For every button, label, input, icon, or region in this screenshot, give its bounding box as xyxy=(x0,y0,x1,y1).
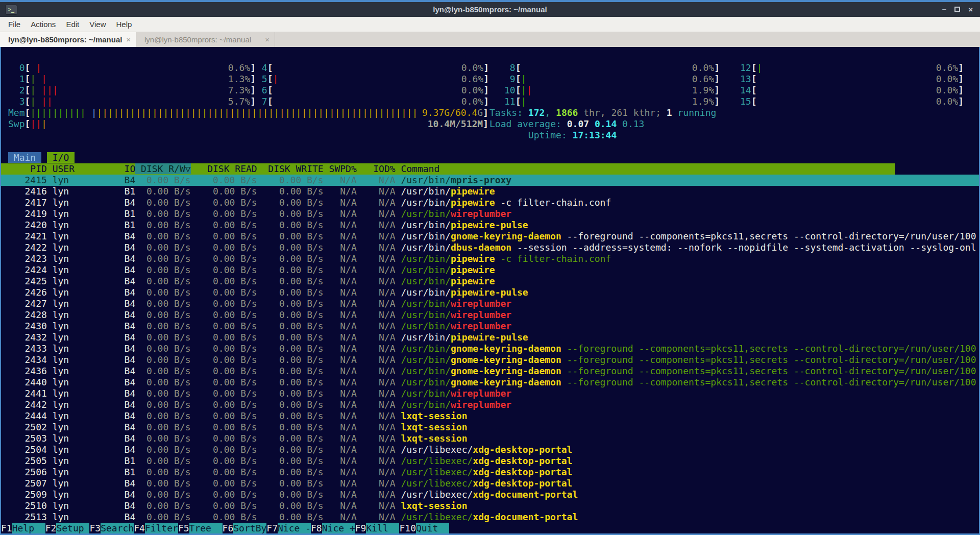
screen-tab-i-o[interactable]: I/O xyxy=(47,152,75,163)
process-row-2442[interactable]: 2442 lyn B4 0.00 B/s 0.00 B/s 0.00 B/s N… xyxy=(1,399,979,410)
process-row-2425[interactable]: 2425 lyn B4 0.00 B/s 0.00 B/s 0.00 B/s N… xyxy=(1,276,979,287)
cpu-meter-15: 15[0.0%] xyxy=(740,96,964,107)
meter-tick: | xyxy=(168,107,174,118)
process-row-2440[interactable]: 2440 lyn B4 0.00 B/s 0.00 B/s 0.00 B/s N… xyxy=(1,377,979,388)
maximize-button[interactable] xyxy=(954,7,960,12)
cpu-percent: 5.7% xyxy=(228,96,250,107)
meter-tick: | xyxy=(41,107,47,118)
cpu-percent: 1.9% xyxy=(692,85,714,96)
tab-2-inactive[interactable]: lyn@lyn-b850mprors: ~/manual × xyxy=(136,32,275,47)
menu-actions[interactable]: Actions xyxy=(26,20,61,29)
process-row-2428[interactable]: 2428 lyn B4 0.00 B/s 0.00 B/s 0.00 B/s N… xyxy=(1,309,979,321)
fn-help[interactable]: F1Help xyxy=(1,523,45,533)
cpu-percent: 0.6% xyxy=(228,62,250,74)
process-row-2426[interactable]: 2426 lyn B4 0.00 B/s 0.00 B/s 0.00 B/s N… xyxy=(1,287,979,298)
column-header-disk-rw-sorted[interactable]: DISK R/W▽ xyxy=(135,163,190,174)
process-row-2510[interactable]: 2510 lyn B4 0.00 B/s 0.00 B/s 0.00 B/s N… xyxy=(1,500,979,512)
tab-1-active[interactable]: lyn@lyn-b850mprors: ~/manual × xyxy=(0,32,136,47)
swap-meter: Swp[|||10.4M/512M] xyxy=(8,118,488,130)
meter-tick: | xyxy=(41,74,47,84)
cpu-meter-14: 14[0.0%] xyxy=(740,85,964,96)
process-row-2502[interactable]: 2502 lyn B4 0.00 B/s 0.00 B/s 0.00 B/s N… xyxy=(1,422,979,433)
meter-tick: | xyxy=(197,107,202,118)
process-table-header[interactable]: PID USER IO DISK R/W▽ DISK READ DISK WRI… xyxy=(1,163,895,175)
menu-help[interactable]: Help xyxy=(111,20,137,29)
meter-tick: | xyxy=(191,107,197,118)
meter-tick: | xyxy=(108,107,113,118)
menubar: FileActionsEditViewHelp xyxy=(0,17,980,32)
meter-tick: | xyxy=(346,107,351,118)
process-row-2513[interactable]: 2513 lyn B4 0.00 B/s 0.00 B/s 0.00 B/s N… xyxy=(1,512,979,523)
tab-1-close-icon[interactable]: × xyxy=(126,35,131,44)
process-row-2421[interactable]: 2421 lyn B4 0.00 B/s 0.00 B/s 0.00 B/s N… xyxy=(1,231,979,242)
process-row-2430[interactable]: 2430 lyn B4 0.00 B/s 0.00 B/s 0.00 B/s N… xyxy=(1,321,979,332)
process-row-2444[interactable]: 2444 lyn B4 0.00 B/s 0.00 B/s 0.00 B/s N… xyxy=(1,410,979,422)
process-row-2422[interactable]: 2422 lyn B4 0.00 B/s 0.00 B/s 0.00 B/s N… xyxy=(1,242,979,253)
process-row-2433[interactable]: 2433 lyn B4 0.00 B/s 0.00 B/s 0.00 B/s N… xyxy=(1,343,979,354)
tab-bar: lyn@lyn-b850mprors: ~/manual × lyn@lyn-b… xyxy=(0,32,980,47)
cpu-meter-13: 13[0.0%] xyxy=(740,74,964,85)
meter-tick: | xyxy=(273,74,279,84)
process-row-2417[interactable]: 2417 lyn B4 0.00 B/s 0.00 B/s 0.00 B/s N… xyxy=(1,197,979,208)
meter-tick: | xyxy=(407,107,412,118)
cpu-meter-6: 6[0.0%] xyxy=(256,85,489,96)
process-row-2434[interactable]: 2434 lyn B4 0.00 B/s 0.00 B/s 0.00 B/s N… xyxy=(1,354,979,366)
cpu-percent: 0.0% xyxy=(936,74,958,85)
meter-tick: | xyxy=(30,107,36,118)
htop-terminal-screen[interactable]: 0[ |0.6%] 1[| |1.3%] 2[| |||7.3%] 3[| ||… xyxy=(0,47,980,535)
process-row-2441[interactable]: 2441 lyn B4 0.00 B/s 0.00 B/s 0.00 B/s N… xyxy=(1,388,979,399)
cpu-meter-1: 1[| |1.3%] xyxy=(8,74,256,85)
process-row-2424[interactable]: 2424 lyn B4 0.00 B/s 0.00 B/s 0.00 B/s N… xyxy=(1,264,979,276)
meter-tick: | xyxy=(279,107,285,118)
fn-sortby[interactable]: F6SortBy xyxy=(223,523,267,533)
process-row-2436[interactable]: 2436 lyn B4 0.00 B/s 0.00 B/s 0.00 B/s N… xyxy=(1,366,979,377)
fn-nice--[interactable]: F7Nice - xyxy=(266,523,311,533)
fn-quit[interactable]: F10Quit xyxy=(399,523,449,533)
tasks-summary: Tasks: 172, 1866 thr, 261 kthr; 1 runnin… xyxy=(489,107,716,118)
meter-tick: | xyxy=(80,107,86,118)
cpu-meter-9: 9[|0.6%] xyxy=(504,74,720,85)
process-row-2507[interactable]: 2507 lyn B4 0.00 B/s 0.00 B/s 0.00 B/s N… xyxy=(1,478,979,489)
fn-tree[interactable]: F5Tree xyxy=(178,523,223,533)
meter-tick: | xyxy=(125,107,130,118)
meter-tick: | xyxy=(47,107,53,118)
menu-edit[interactable]: Edit xyxy=(61,20,84,29)
minimize-button[interactable]: − xyxy=(942,5,946,15)
cpu-percent: 0.0% xyxy=(936,85,958,96)
cpu-percent: 0.6% xyxy=(461,74,483,85)
fn-nice-+[interactable]: F8Nice + xyxy=(311,523,355,533)
process-row-2503[interactable]: 2503 lyn B4 0.00 B/s 0.00 B/s 0.00 B/s N… xyxy=(1,433,979,444)
screen-tab-main[interactable]: Main xyxy=(8,152,41,163)
process-row-2415[interactable]: 2415 lyn B4 0.00 B/s 0.00 B/s 0.00 B/s N… xyxy=(1,175,979,186)
process-row-2506[interactable]: 2506 lyn B1 0.00 B/s 0.00 B/s 0.00 B/s N… xyxy=(1,467,979,478)
process-row-2423[interactable]: 2423 lyn B4 0.00 B/s 0.00 B/s 0.00 B/s N… xyxy=(1,253,979,264)
meter-tick: | xyxy=(230,107,235,118)
meter-tick: | xyxy=(30,118,36,129)
tab-1-label: lyn@lyn-b850mprors: ~/manual xyxy=(8,35,122,44)
cpu-label: 8 xyxy=(504,62,516,74)
menu-view[interactable]: View xyxy=(84,20,111,29)
process-row-2505[interactable]: 2505 lyn B1 0.00 B/s 0.00 B/s 0.00 B/s N… xyxy=(1,455,979,467)
process-row-2419[interactable]: 2419 lyn B1 0.00 B/s 0.00 B/s 0.00 B/s N… xyxy=(1,208,979,220)
fn-filter[interactable]: F4Filter xyxy=(134,523,178,533)
titlebar[interactable]: >_ lyn@lyn-b850mprors: ~/manual − × xyxy=(0,2,980,17)
cpu-label: 3 xyxy=(8,96,25,107)
tab-2-close-icon[interactable]: × xyxy=(265,35,270,44)
meter-tick: | xyxy=(401,107,407,118)
cpu-label: 9 xyxy=(504,74,516,85)
cpu-label: 13 xyxy=(740,74,751,85)
meter-tick: | xyxy=(268,107,274,118)
process-row-2416[interactable]: 2416 lyn B1 0.00 B/s 0.00 B/s 0.00 B/s N… xyxy=(1,186,979,197)
meter-tick: | xyxy=(36,62,41,73)
process-row-2509[interactable]: 2509 lyn B4 0.00 B/s 0.00 B/s 0.00 B/s N… xyxy=(1,489,979,500)
close-button[interactable]: × xyxy=(968,5,973,15)
process-row-2427[interactable]: 2427 lyn B4 0.00 B/s 0.00 B/s 0.00 B/s N… xyxy=(1,298,979,309)
fn-kill[interactable]: F9Kill xyxy=(355,523,400,533)
fn-setup[interactable]: F2Setup xyxy=(45,523,90,533)
menu-file[interactable]: File xyxy=(3,20,26,29)
process-row-2420[interactable]: 2420 lyn B1 0.00 B/s 0.00 B/s 0.00 B/s N… xyxy=(1,220,979,231)
cpu-percent: 0.0% xyxy=(461,62,483,74)
process-row-2504[interactable]: 2504 lyn B4 0.00 B/s 0.00 B/s 0.00 B/s N… xyxy=(1,444,979,455)
fn-search[interactable]: F3Search xyxy=(89,523,134,533)
process-row-2432[interactable]: 2432 lyn B4 0.00 B/s 0.00 B/s 0.00 B/s N… xyxy=(1,332,979,343)
